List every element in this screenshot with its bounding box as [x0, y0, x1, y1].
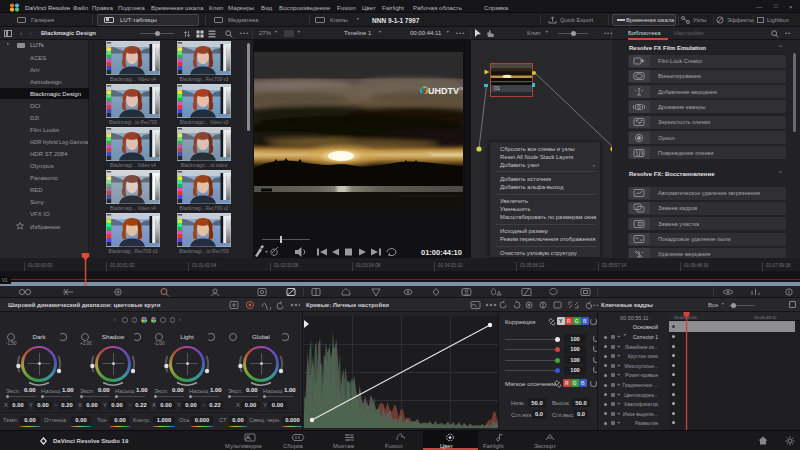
svg-text:TM: TM — [459, 87, 463, 91]
svg-text:01:00:44:10: 01:00:44:10 — [421, 248, 462, 257]
svg-text:UHDTV: UHDTV — [428, 86, 459, 96]
